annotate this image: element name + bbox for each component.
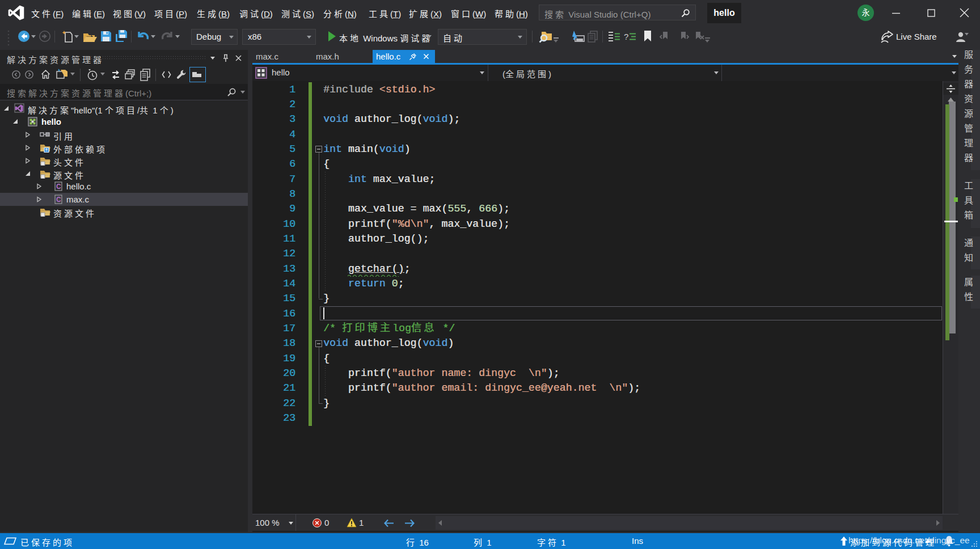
svg-text:?: ? — [624, 32, 628, 41]
svg-text:C: C — [56, 196, 61, 204]
svg-text:C: C — [56, 183, 61, 191]
